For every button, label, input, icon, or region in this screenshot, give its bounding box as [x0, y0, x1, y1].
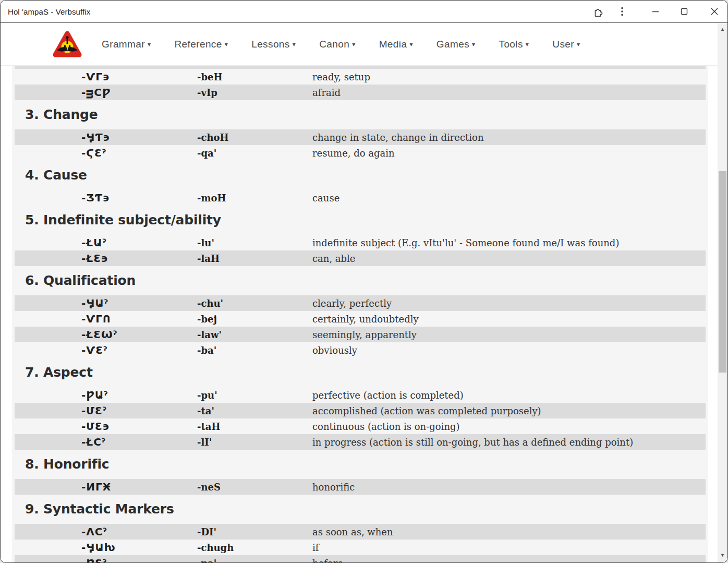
maximize-button[interactable] [678, 5, 690, 18]
suffix-row: -ՄƐ϶ -taH continuous (action is on-going… [15, 418, 706, 434]
suffix-table: -ѴΓ϶ -beH ready, setup -ᴟϹǷ -vIp afraid [15, 69, 706, 100]
piqad-cell: -ՄƐˀ [15, 404, 197, 417]
extensions-puzzle-icon[interactable] [592, 5, 604, 18]
suffix-section: 8. Honorific -ИΓӾ -neS honorific [12, 457, 708, 495]
latin-suffix: -qa' [197, 148, 312, 159]
suffix-section: 6. Qualification -ӋԱˀ -chu' clearly, per… [12, 273, 708, 358]
meaning-cell: certainly, undoubtedly [312, 314, 706, 325]
suffix-section: 9. Syntactic Markers -ɅϹˀ -DI' as soon a… [12, 501, 708, 562]
nav-item-canon[interactable]: Canon▾ [319, 39, 355, 50]
nav-item-user[interactable]: User▾ [552, 39, 580, 50]
suffix-row: -ИΓӾ -neS honorific [15, 479, 706, 495]
suffix-section: 4. Cause -ƷƬ϶ -moH cause [12, 167, 708, 206]
latin-suffix: -pu' [197, 390, 312, 401]
section-heading: 6. Qualification [25, 273, 708, 289]
nav-items: Grammar▾ Reference▾ Lessons▾ Canon▾ Medi… [102, 39, 580, 50]
latin-suffix: -lu' [197, 237, 312, 248]
suffix-row: -ՄƐˀ -ta' accomplished (action was compl… [15, 403, 706, 418]
meaning-cell: ready, setup [312, 71, 706, 82]
section-heading: 5. Indefinite subject/ability [25, 212, 708, 228]
meaning-cell: indefinite subject (E.g. vItu'lu' - Some… [312, 237, 706, 248]
piqad-cell: -ѴΓՈ [15, 313, 197, 325]
caret-down-icon: ▾ [526, 41, 529, 47]
vertical-scrollbar[interactable]: ▲ ▼ [718, 23, 727, 562]
scroll-down-icon[interactable]: ▼ [718, 551, 727, 559]
section-heading: 9. Syntactic Markers [25, 501, 708, 517]
piqad-cell: -ŁƐ϶ [15, 252, 197, 265]
window-title: Hol 'ampaS - Verbsuffix [1, 7, 90, 16]
piqad-cell: -ӋԱƕ [15, 541, 197, 554]
piqad-cell: -ӋƬ϶ [15, 131, 197, 143]
latin-suffix: -pa' [197, 558, 312, 563]
latin-suffix: -chu' [197, 298, 312, 309]
suffix-table: -ӋƬ϶ -choH change in state, change in di… [15, 129, 706, 161]
nav-item-reference[interactable]: Reference▾ [174, 39, 228, 50]
suffix-row: -ӋƬ϶ -choH change in state, change in di… [15, 129, 706, 145]
latin-suffix: -ta' [197, 405, 312, 416]
klingon-academy-logo-icon[interactable] [53, 30, 82, 58]
nav-bar: Grammar▾ Reference▾ Lessons▾ Canon▾ Medi… [1, 23, 719, 66]
suffix-row: -ѴΓ϶ -beH ready, setup [15, 69, 706, 85]
piqad-cell: -ՄƐ϶ [15, 420, 197, 433]
latin-suffix: -beH [197, 71, 312, 82]
latin-suffix: -law' [197, 329, 312, 340]
titlebar-controls [592, 5, 727, 18]
piqad-cell: -ӋԱˀ [15, 297, 197, 309]
section-heading: 3. Change [25, 107, 708, 123]
nav-item-lessons[interactable]: Lessons▾ [251, 39, 296, 50]
caret-down-icon: ▾ [352, 41, 355, 47]
meaning-cell: honorific [312, 482, 706, 493]
suffix-section: 5. Indefinite subject/ability -ŁԱˀ -lu' … [12, 212, 708, 266]
suffix-row: -ɅϹˀ -DI' as soon as, when [15, 524, 706, 540]
latin-suffix: -neS [197, 482, 312, 493]
section-heading: 7. Aspect [25, 365, 708, 380]
scroll-up-icon[interactable]: ▲ [718, 25, 727, 33]
meaning-cell: seemingly, apparently [312, 329, 706, 340]
caret-down-icon: ▾ [148, 41, 151, 47]
verb-suffix-document: -ѴΓ϶ -beH ready, setup -ᴟϹǷ -vIp afraid … [12, 66, 708, 562]
suffix-row: -ϚƐˀ -qa' resume, do again [15, 145, 706, 161]
suffix-row: -ѴƐˀ -ba' obviously [15, 342, 706, 358]
caret-down-icon: ▾ [472, 41, 475, 47]
caret-down-icon: ▾ [409, 41, 412, 47]
caret-down-icon: ▾ [293, 41, 296, 47]
meaning-cell: can, able [312, 253, 706, 264]
suffix-row: -ӋԱƕ -chugh if [15, 540, 706, 555]
piqad-cell: -ƷƬ϶ [15, 191, 197, 204]
nav-item-games[interactable]: Games▾ [436, 39, 476, 50]
scrollbar-thumb[interactable] [719, 171, 726, 373]
latin-suffix: -moH [197, 193, 312, 203]
latin-suffix: -DI' [197, 526, 312, 537]
piqad-cell: -ɅϹˀ [15, 525, 197, 538]
browser-menu-icon[interactable] [616, 5, 628, 18]
piqad-cell: -ǷԱˀ [15, 389, 197, 401]
suffix-section: -ѴΓ϶ -beH ready, setup -ᴟϹǷ -vIp afraid [12, 69, 708, 100]
nav-item-tools[interactable]: Tools▾ [499, 39, 529, 50]
suffix-table: -ŁԱˀ -lu' indefinite subject (E.g. vItu'… [15, 235, 706, 266]
suffix-table: -ɅϹˀ -DI' as soon as, when -ӋԱƕ -chugh i… [15, 524, 706, 562]
suffix-row: -ᴟϹǷ -vIp afraid [15, 85, 706, 100]
minimize-button[interactable] [650, 5, 661, 18]
suffix-row: -ǷԱˀ -pu' perfective (action is complete… [15, 387, 706, 403]
piqad-cell: -ИΓӾ [15, 481, 197, 493]
meaning-cell: resume, do again [312, 148, 706, 159]
meaning-cell: perfective (action is completed) [312, 390, 706, 401]
suffix-row: -ŁԱˀ -lu' indefinite subject (E.g. vItu'… [15, 235, 706, 250]
piqad-cell: -ŁϹˀ [15, 436, 197, 448]
meaning-cell: clearly, perfectly [312, 298, 706, 309]
suffix-row: -ŁƐѠˀ -law' seemingly, apparently [15, 327, 706, 342]
section-heading: 4. Cause [25, 167, 708, 183]
nav-item-grammar[interactable]: Grammar▾ [102, 39, 151, 50]
nav-item-media[interactable]: Media▾ [379, 39, 413, 50]
suffix-row: -ŁƐ϶ -laH can, able [15, 250, 706, 266]
latin-suffix: -vIp [197, 87, 312, 98]
latin-suffix: -ba' [197, 345, 312, 356]
suffix-row: -ӋԱˀ -chu' clearly, perfectly [15, 295, 706, 311]
section-heading: 8. Honorific [25, 457, 708, 472]
suffix-section: 7. Aspect -ǷԱˀ -pu' perfective (action i… [12, 365, 708, 450]
page-body: Grammar▾ Reference▾ Lessons▾ Canon▾ Medi… [1, 23, 727, 562]
close-button[interactable] [709, 5, 720, 18]
caret-down-icon: ▾ [225, 41, 228, 47]
piqad-cell: -ѴƐˀ [15, 344, 197, 356]
meaning-cell: afraid [312, 87, 706, 98]
